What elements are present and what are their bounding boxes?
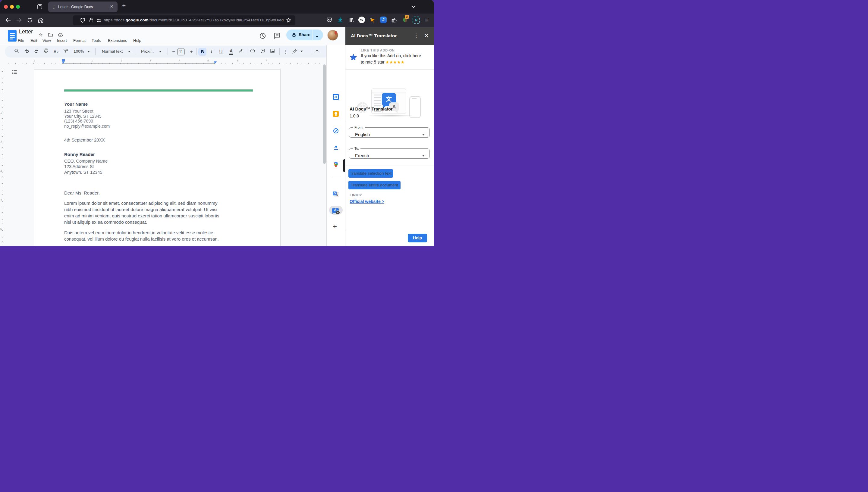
document-scrollbar[interactable] — [323, 65, 326, 164]
back-icon[interactable] — [5, 17, 11, 24]
menu-hamburger-icon[interactable]: ≡ — [423, 16, 430, 23]
downloads-icon[interactable] — [337, 17, 344, 24]
google-translate-addon-icon[interactable]: G — [333, 192, 339, 198]
font-size-input[interactable]: 11 — [177, 48, 185, 55]
right-indent-marker[interactable] — [214, 62, 217, 64]
to-caret-icon[interactable] — [422, 155, 425, 156]
hide-menus-icon[interactable] — [315, 48, 322, 55]
tasks-icon[interactable] — [333, 128, 339, 134]
to-label: To: — [353, 147, 360, 150]
official-website-link[interactable]: Official website > — [350, 199, 384, 204]
shield-badge-extension-icon[interactable]: 2 — [402, 17, 408, 24]
font-family-select[interactable]: Proxi... — [141, 49, 162, 54]
decrease-font-size-button[interactable]: − — [170, 48, 177, 55]
rate-addon-section[interactable]: LIKE THIS ADD-ON If you like this Add-on… — [345, 45, 434, 70]
calendar-icon[interactable]: 31 — [333, 94, 339, 100]
share-dropdown-caret[interactable] — [316, 34, 318, 40]
highlight-color-button[interactable] — [238, 48, 245, 55]
to-language-select[interactable]: To: French — [349, 147, 430, 159]
forward-icon[interactable] — [16, 17, 22, 24]
translate-selection-button[interactable]: Translate selection text — [348, 169, 393, 178]
underline-button[interactable]: U — [217, 48, 225, 55]
comments-icon[interactable] — [273, 32, 281, 40]
get-addons-plus-button[interactable]: + — [333, 222, 337, 231]
more-toolbar-icon[interactable]: ⋮ — [282, 48, 289, 55]
rate-star-icon[interactable] — [349, 53, 357, 62]
vertical-ruler[interactable] — [2, 65, 3, 246]
text-color-button[interactable]: A — [228, 48, 235, 55]
undo-icon[interactable] — [24, 48, 31, 55]
addon-menu-kebab-icon[interactable]: ⋮ — [414, 32, 419, 39]
zoom-select[interactable]: 100% — [73, 49, 90, 54]
menu-view[interactable]: View — [43, 38, 51, 43]
rail-divider — [331, 177, 341, 177]
editing-mode-select[interactable] — [292, 48, 303, 54]
url-text[interactable]: https://docs.google.com/document/d/1ZXDb… — [104, 18, 284, 22]
menu-insert[interactable]: Insert — [57, 38, 67, 43]
cloud-status-icon[interactable] — [58, 33, 63, 37]
insert-link-icon[interactable] — [250, 48, 257, 55]
tab-close-icon[interactable]: ✕ — [110, 4, 113, 9]
home-icon[interactable] — [38, 17, 44, 24]
menu-edit[interactable]: Edit — [30, 38, 37, 43]
search-menus-icon[interactable] — [14, 48, 21, 55]
insert-image-icon[interactable] — [270, 48, 277, 55]
star-document-icon[interactable]: ☆ — [39, 32, 43, 38]
zoom-window-button[interactable] — [16, 5, 20, 9]
lock-icon[interactable] — [89, 18, 94, 23]
left-indent-marker[interactable] — [62, 62, 65, 64]
browser-tab[interactable]: Letter - Google Docs ✕ — [48, 1, 118, 13]
library-icon[interactable] — [348, 17, 354, 24]
addon-close-icon[interactable]: ✕ — [424, 32, 428, 39]
comet-extension-icon[interactable] — [369, 17, 376, 24]
spellcheck-icon[interactable]: A✓ — [53, 48, 60, 55]
help-button[interactable]: Help — [408, 233, 427, 242]
menu-format[interactable]: Format — [73, 38, 86, 43]
print-icon[interactable] — [43, 48, 51, 55]
sidebar-toggle-icon[interactable] — [37, 4, 43, 10]
document-title[interactable]: Letter — [19, 29, 33, 35]
thumb-extension-icon[interactable] — [391, 17, 398, 24]
ai-docs-translator-addon-icon[interactable]: A — [332, 207, 338, 214]
version-history-icon[interactable] — [259, 32, 266, 40]
bookmark-star-icon[interactable] — [286, 18, 291, 23]
from-caret-icon[interactable] — [422, 134, 425, 136]
wikipedia-extension-icon[interactable]: W — [358, 17, 365, 23]
reload-icon[interactable] — [26, 17, 33, 24]
move-folder-icon[interactable] — [48, 33, 53, 37]
j-extension-icon[interactable]: J — [380, 17, 387, 23]
pocket-icon[interactable] — [326, 17, 333, 24]
italic-button[interactable]: I — [208, 48, 215, 55]
share-button[interactable]: Share — [286, 29, 323, 40]
permissions-icon[interactable] — [96, 18, 102, 23]
tab-title: Letter - Google Docs — [58, 5, 93, 9]
menu-file[interactable]: File — [18, 38, 24, 43]
account-avatar[interactable] — [327, 30, 338, 41]
contacts-icon[interactable] — [333, 145, 339, 151]
redo-icon[interactable] — [34, 48, 41, 55]
translate-entire-document-button[interactable]: Translate entire document — [348, 181, 401, 189]
paint-format-icon[interactable] — [63, 48, 70, 55]
first-line-indent-marker[interactable] — [62, 59, 65, 61]
add-comment-icon[interactable] — [260, 48, 267, 55]
menu-tools[interactable]: Tools — [92, 38, 101, 43]
menu-extensions[interactable]: Extensions — [108, 38, 127, 43]
maps-icon[interactable] — [333, 162, 339, 168]
document-outline-icon[interactable] — [12, 70, 17, 74]
bold-button[interactable]: B — [198, 48, 207, 56]
new-tab-button[interactable]: + — [122, 2, 126, 9]
minimize-window-button[interactable] — [10, 5, 14, 9]
increase-font-size-button[interactable]: + — [188, 48, 195, 55]
list-all-tabs-icon[interactable] — [411, 4, 416, 9]
menu-help[interactable]: Help — [133, 38, 141, 43]
from-language-select[interactable]: From: English — [349, 126, 430, 138]
keep-icon[interactable] — [333, 111, 339, 117]
close-window-button[interactable] — [4, 5, 8, 9]
ruler-number: 1 — [33, 59, 35, 62]
paragraph-style-select[interactable]: Normal text — [102, 49, 131, 54]
document-page[interactable]: Your Name 123 Your Street Your City, ST … — [34, 69, 281, 246]
url-bar[interactable]: https://docs.google.com/document/d/1ZXDb… — [73, 15, 295, 25]
nimbus-extension-icon[interactable]: N — [413, 17, 419, 23]
google-docs-logo[interactable] — [8, 30, 17, 42]
shield-icon[interactable] — [80, 18, 86, 23]
